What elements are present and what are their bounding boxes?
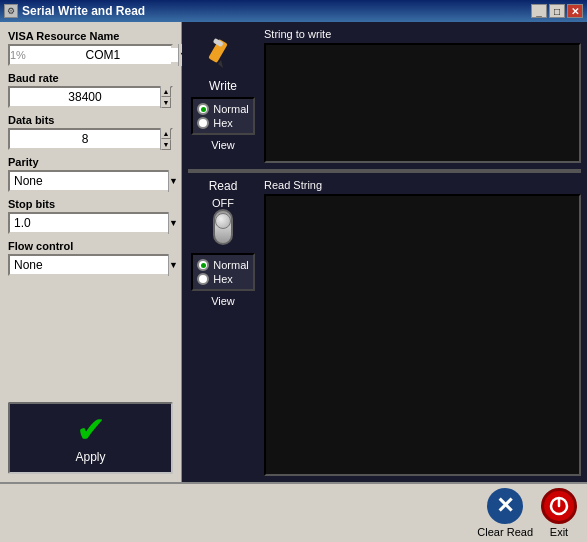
parity-arrow[interactable]: ▼ [168, 170, 178, 192]
window-icon: ⚙ [4, 4, 18, 18]
databits-down[interactable]: ▼ [161, 139, 171, 150]
toggle-knob [215, 213, 231, 229]
stopbits-input[interactable] [10, 216, 168, 230]
read-normal-label: Normal [213, 259, 248, 271]
read-view-label: View [211, 295, 235, 307]
read-controls: Read OFF Normal Hex [188, 179, 258, 476]
write-label: Write [209, 79, 237, 93]
toggle-visual[interactable] [213, 209, 233, 245]
read-string-area: Read String [264, 179, 581, 476]
write-textarea[interactable] [264, 43, 581, 163]
exit-icon [541, 488, 577, 524]
flow-dropdown: ▼ [8, 254, 173, 276]
maximize-button[interactable]: □ [549, 4, 565, 18]
read-title: Read String [264, 179, 581, 191]
exit-label: Exit [550, 526, 568, 538]
left-panel: VISA Resource Name 1% ▼ Baud rate ▲ ▼ Da… [0, 22, 182, 482]
read-hex-radio-circle [197, 273, 209, 285]
apply-label: Apply [75, 450, 105, 464]
write-view-label: View [211, 139, 235, 151]
read-textarea[interactable] [264, 194, 581, 476]
visa-input-container: 1% ▼ [8, 44, 173, 66]
pencil-icon [205, 36, 241, 75]
write-normal-label: Normal [213, 103, 248, 115]
visa-prefix: 1% [10, 49, 28, 61]
title-bar: ⚙ Serial Write and Read _ □ ✕ [0, 0, 587, 22]
flow-input[interactable] [10, 258, 168, 272]
checkmark-icon: ✔ [76, 412, 106, 448]
toggle-switch[interactable]: OFF [212, 197, 234, 245]
stopbits-dropdown: ▼ [8, 212, 173, 234]
main-content: VISA Resource Name 1% ▼ Baud rate ▲ ▼ Da… [0, 22, 587, 482]
right-panel: Write Normal Hex View String to write [182, 22, 587, 482]
read-view-group: Normal Hex [191, 253, 254, 291]
read-normal-radio-circle [197, 259, 209, 271]
databits-field-group: Data bits ▲ ▼ [8, 114, 173, 150]
off-label: OFF [212, 197, 234, 209]
clear-read-icon: ✕ [487, 488, 523, 524]
parity-field-group: Parity ▼ [8, 156, 173, 192]
write-controls: Write Normal Hex View [188, 28, 258, 163]
write-normal-radio-circle [197, 103, 209, 115]
write-view-group: Normal Hex [191, 97, 254, 135]
baud-arrows: ▲ ▼ [160, 86, 171, 108]
databits-spinner: ▲ ▼ [8, 128, 173, 150]
write-normal-radio[interactable]: Normal [197, 103, 248, 115]
baud-down[interactable]: ▼ [161, 97, 171, 108]
visa-field-group: VISA Resource Name 1% ▼ [8, 30, 173, 66]
databits-up[interactable]: ▲ [161, 128, 171, 139]
flow-arrow[interactable]: ▼ [168, 254, 178, 276]
baud-spinner: ▲ ▼ [8, 86, 173, 108]
write-title: String to write [264, 28, 581, 40]
parity-dropdown: ▼ [8, 170, 173, 192]
exit-button[interactable]: Exit [541, 488, 577, 538]
baud-up[interactable]: ▲ [161, 86, 171, 97]
databits-input[interactable] [10, 132, 160, 146]
write-section: Write Normal Hex View String to write [188, 28, 581, 163]
write-hex-label: Hex [213, 117, 233, 129]
read-hex-radio[interactable]: Hex [197, 273, 248, 285]
title-buttons: _ □ ✕ [531, 4, 583, 18]
apply-section[interactable]: ✔ Apply [8, 402, 173, 474]
section-divider [188, 169, 581, 173]
visa-label: VISA Resource Name [8, 30, 173, 42]
stopbits-field-group: Stop bits ▼ [8, 198, 173, 234]
window-title: Serial Write and Read [22, 4, 145, 18]
close-button[interactable]: ✕ [567, 4, 583, 18]
flow-field-group: Flow control ▼ [8, 240, 173, 276]
read-label: Read [209, 179, 238, 193]
baud-field-group: Baud rate ▲ ▼ [8, 72, 173, 108]
stopbits-arrow[interactable]: ▼ [168, 212, 178, 234]
databits-arrows: ▲ ▼ [160, 128, 171, 150]
bottom-bar: ✕ Clear Read Exit [0, 482, 587, 542]
stopbits-label: Stop bits [8, 198, 173, 210]
parity-input[interactable] [10, 174, 168, 188]
visa-input[interactable] [28, 48, 178, 62]
svg-marker-1 [218, 60, 223, 68]
read-normal-radio[interactable]: Normal [197, 259, 248, 271]
minimize-button[interactable]: _ [531, 4, 547, 18]
write-hex-radio[interactable]: Hex [197, 117, 248, 129]
flow-label: Flow control [8, 240, 173, 252]
read-hex-label: Hex [213, 273, 233, 285]
clear-read-label: Clear Read [477, 526, 533, 538]
read-section: Read OFF Normal Hex [188, 179, 581, 476]
clear-read-button[interactable]: ✕ Clear Read [477, 488, 533, 538]
databits-label: Data bits [8, 114, 173, 126]
baud-label: Baud rate [8, 72, 173, 84]
write-hex-radio-circle [197, 117, 209, 129]
parity-label: Parity [8, 156, 173, 168]
baud-input[interactable] [10, 90, 160, 104]
write-string-area: String to write [264, 28, 581, 163]
